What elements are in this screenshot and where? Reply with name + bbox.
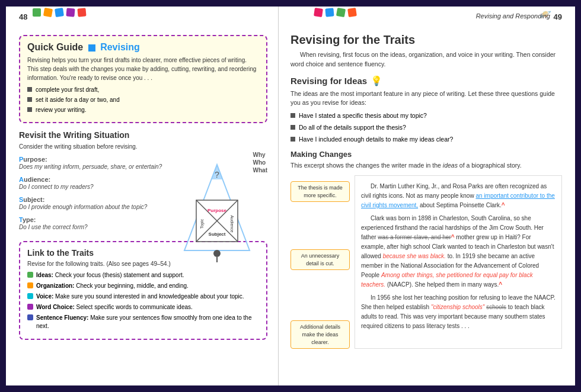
trait-organization: Organization: Check your beginning, midd… — [27, 282, 259, 290]
making-changes-title: Making Changes — [290, 150, 562, 159]
excerpt-area: The thesis is made more specific. An unn… — [290, 175, 562, 349]
ideas-bullet-3: Have I included enough details to make m… — [290, 135, 562, 144]
trait-word-choice: Word Choice: Select specific words to co… — [27, 303, 259, 311]
quick-guide-body: Revising helps you turn your first draft… — [27, 56, 259, 82]
lightbulb-icon: 💡 — [371, 75, 382, 86]
ideas-text: The ideas are the most important feature… — [290, 89, 562, 108]
added-text-2: because she was black. — [383, 253, 446, 259]
trait-fluency: Sentence Fluency: Make sure your sentenc… — [27, 314, 259, 330]
blue-square-icon — [88, 44, 95, 52]
strikethrough-1: was a former slave, and her — [378, 234, 451, 240]
svg-text:Purpose: Purpose — [208, 208, 227, 213]
situation-svg: Purpose Subject Topic Audience ? — [178, 162, 256, 262]
annotation-1: The thesis is made more specific. — [290, 181, 350, 202]
word-dot — [27, 304, 33, 310]
svg-text:Subject: Subject — [209, 232, 226, 237]
bullet-sq-2 — [27, 97, 32, 102]
left-page: 48 Quick Guide Revising Revising helps y… — [6, 7, 279, 385]
page-number-right: 49 — [554, 12, 562, 21]
quick-guide-box: Quick Guide Revising Revising helps you … — [19, 35, 267, 123]
page-header: Revising and Responding — [476, 12, 550, 20]
bullet-1: complete your first draft, — [27, 86, 259, 94]
ws-subject: Subject: Do I provide enough information… — [19, 196, 174, 211]
revisit-title: Revisit the Writing Situation — [19, 130, 267, 140]
svg-text:Topic: Topic — [200, 219, 205, 229]
bullet-2: set it aside for a day or two, and — [27, 96, 259, 104]
main-title: Revising for the Traits — [290, 33, 562, 47]
ws-purpose: Purpose: Does my writing inform, persuad… — [19, 156, 174, 171]
bullet-sq-3 — [27, 107, 32, 112]
intro-text: When revising, first focus on the ideas,… — [290, 50, 562, 69]
ideas-dot — [27, 272, 33, 278]
added-text-4: "citizenship schools" — [431, 304, 484, 310]
ideas-bullet-sq-1 — [290, 113, 295, 118]
excerpt-text: Dr. Martin Luther King, Jr., and Rosa Pa… — [355, 175, 562, 349]
strikethrough-2: schools — [486, 304, 506, 310]
fluency-dot — [27, 314, 33, 320]
annotation-3: Additional details make the ideas cleare… — [290, 320, 350, 349]
svg-text:Audience: Audience — [230, 215, 234, 232]
trait-ideas: Ideas: Check your focus (thesis) stateme… — [27, 271, 259, 279]
voice-dot — [27, 293, 33, 299]
quick-guide-label: Quick Guide — [27, 42, 83, 52]
right-content: Revising for the Traits When revising, f… — [290, 33, 562, 349]
ideas-bullet-2: Do all of the details support the thesis… — [290, 123, 562, 133]
revisit-text: Consider the writing situation before re… — [19, 142, 267, 151]
svg-text:?: ? — [215, 170, 219, 179]
added-text-1: an important contributor to the civil ri… — [361, 192, 555, 208]
writing-situation-diagram: WhyWhoWhat Purpose Subject Topic Audienc… — [178, 156, 267, 236]
ideas-bullet-sq-2 — [290, 125, 295, 130]
ws-audience: Audience: Do I connect to my readers? — [19, 176, 174, 191]
right-deco — [314, 8, 356, 17]
added-text-3: Among other things, she petitioned for e… — [361, 272, 533, 288]
ideas-subtitle: Revising for Ideas 💡 — [290, 75, 562, 86]
org-dot — [27, 282, 33, 288]
revising-label: Revising — [100, 42, 140, 52]
making-changes-text: This excerpt shows the changes the write… — [290, 161, 562, 171]
ws-items: Purpose: Does my writing inform, persuad… — [19, 156, 174, 236]
annotation-column: The thesis is made more specific. An unn… — [290, 175, 350, 349]
ideas-bullet-sq-3 — [290, 137, 295, 142]
annotation-2: An unnecessary detail is cut. — [290, 249, 350, 270]
bullet-3: review your writing. — [27, 106, 259, 114]
trait-voice: Voice: Make sure you sound interested in… — [27, 293, 259, 301]
ws-type: Type: Do I use the correct form? — [19, 216, 174, 232]
ideas-bullet-1: Have I stated a specific thesis about my… — [290, 111, 562, 121]
quick-guide-title: Quick Guide Revising — [27, 42, 259, 53]
bullet-sq-1 — [27, 87, 32, 92]
right-page: 🪐 Revising and Responding 49 Revising fo… — [279, 7, 575, 385]
page-number-left: 48 — [19, 12, 27, 21]
svg-point-10 — [213, 250, 221, 257]
